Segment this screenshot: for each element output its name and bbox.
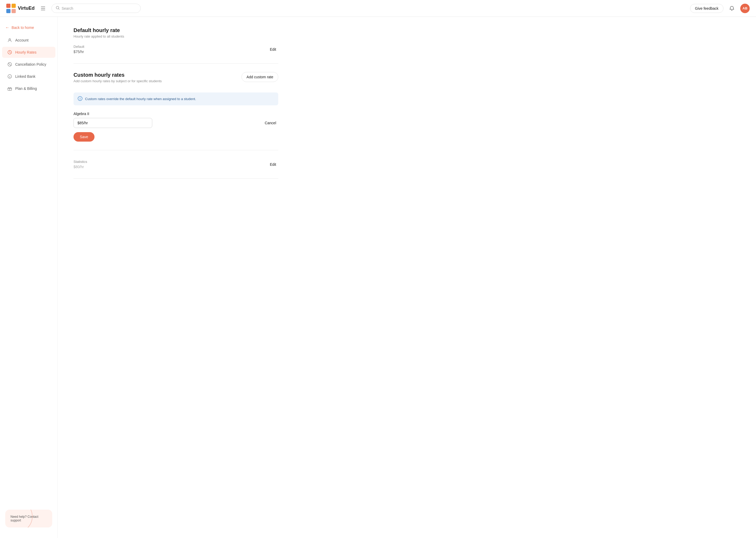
statistics-info: Statistics $80/hr xyxy=(73,160,87,169)
statistics-rate-row: Statistics $80/hr Edit xyxy=(73,159,278,170)
subject-label: Algebra II xyxy=(73,112,278,116)
divider-3 xyxy=(73,178,278,179)
custom-rates-title: Custom hourly rates xyxy=(73,72,162,78)
add-custom-rate-button[interactable]: Add custom rate xyxy=(242,72,278,82)
svg-rect-2 xyxy=(6,9,11,13)
default-rate-edit-button[interactable]: Edit xyxy=(268,46,278,53)
statistics-value: $80/hr xyxy=(73,165,87,169)
rate-input-field[interactable] xyxy=(73,118,152,128)
rate-input-row: Cancel xyxy=(73,118,278,128)
search-bar[interactable]: Search xyxy=(51,4,141,13)
back-to-home-link[interactable]: ← Back to home xyxy=(0,23,58,34)
hourly-rates-label: Hourly Rates xyxy=(15,50,36,54)
gift-icon xyxy=(7,86,12,91)
notification-bell-icon[interactable] xyxy=(728,4,736,13)
back-label: Back to home xyxy=(12,26,34,30)
info-banner: Custom rates override the default hourly… xyxy=(73,92,278,105)
svg-rect-0 xyxy=(6,4,11,8)
custom-rates-header: Custom hourly rates Add custom hourly ra… xyxy=(73,72,278,88)
help-text: Need help? Contact support xyxy=(11,515,38,522)
svg-point-18 xyxy=(80,97,80,98)
plan-billing-label: Plan & Billing xyxy=(15,86,37,91)
give-feedback-button[interactable]: Give feedback xyxy=(690,4,724,13)
save-button[interactable]: Save xyxy=(73,132,95,141)
info-circle-icon xyxy=(78,96,82,102)
sidebar-item-linked-bank[interactable]: $ Linked Bank xyxy=(2,71,55,82)
logo-text: VirtuEd xyxy=(18,6,35,11)
default-rate-title: Default hourly rate xyxy=(73,27,278,33)
back-arrow-icon: ← xyxy=(5,25,10,30)
svg-rect-5 xyxy=(41,8,45,9)
svg-rect-4 xyxy=(41,7,45,7)
search-icon xyxy=(56,6,60,11)
cancellation-policy-label: Cancellation Policy xyxy=(15,62,46,67)
statistics-edit-button[interactable]: Edit xyxy=(268,161,278,168)
ban-icon xyxy=(7,62,12,67)
custom-rates-section: Custom hourly rates Add custom hourly ra… xyxy=(73,72,278,141)
header: VirtuEd Search Give feedback AB xyxy=(0,0,756,17)
main-content: Default hourly rate Hourly rate applied … xyxy=(58,17,294,538)
statistics-label: Statistics xyxy=(73,160,87,164)
sidebar-icon xyxy=(41,6,45,11)
sidebar-item-plan-billing[interactable]: Plan & Billing xyxy=(2,83,55,94)
info-text: Custom rates override the default hourly… xyxy=(85,97,196,101)
custom-rates-title-group: Custom hourly rates Add custom hourly ra… xyxy=(73,72,162,88)
clock-icon xyxy=(7,50,12,55)
layout: ← Back to home Account Hourly Rates xyxy=(0,17,756,538)
sidebar-item-account[interactable]: Account xyxy=(2,35,55,46)
logo-icon xyxy=(6,4,16,13)
sidebar: ← Back to home Account Hourly Rates xyxy=(0,17,58,538)
svg-point-9 xyxy=(9,39,11,40)
svg-line-8 xyxy=(59,9,59,10)
divider-2 xyxy=(73,150,278,150)
help-bubble[interactable]: Need help? Contact support xyxy=(5,510,52,527)
account-label: Account xyxy=(15,38,28,42)
default-rate-row: Default $75/hr Edit xyxy=(73,44,278,55)
user-avatar[interactable]: AB xyxy=(740,4,750,13)
custom-rates-subtitle: Add custom hourly rates by subject or fo… xyxy=(73,79,162,83)
default-label: Default xyxy=(73,45,84,49)
default-rate-subtitle: Hourly rate applied to all students xyxy=(73,34,278,38)
statistics-section: Statistics $80/hr Edit xyxy=(73,159,278,170)
sidebar-item-hourly-rates[interactable]: Hourly Rates xyxy=(2,47,55,58)
divider-1 xyxy=(73,63,278,64)
sidebar-footer: Need help? Contact support xyxy=(0,506,58,532)
algebra-rate-section: Algebra II Cancel Save xyxy=(73,112,278,141)
sidebar-item-cancellation-policy[interactable]: Cancellation Policy xyxy=(2,59,55,70)
svg-rect-1 xyxy=(12,4,16,8)
svg-line-12 xyxy=(8,63,11,66)
cancel-button[interactable]: Cancel xyxy=(262,120,278,126)
sidebar-toggle-button[interactable] xyxy=(39,4,47,13)
default-value: $75/hr xyxy=(73,50,84,54)
user-icon xyxy=(7,38,12,42)
logo[interactable]: VirtuEd xyxy=(6,4,35,13)
default-rate-info: Default $75/hr xyxy=(73,45,84,54)
svg-text:$: $ xyxy=(9,76,11,78)
svg-rect-3 xyxy=(12,9,16,13)
header-right: Give feedback AB xyxy=(690,4,750,13)
default-rate-section: Default hourly rate Hourly rate applied … xyxy=(73,27,278,55)
search-placeholder: Search xyxy=(62,6,73,11)
svg-rect-6 xyxy=(41,10,45,10)
dollar-circle-icon: $ xyxy=(7,74,12,79)
linked-bank-label: Linked Bank xyxy=(15,74,35,79)
